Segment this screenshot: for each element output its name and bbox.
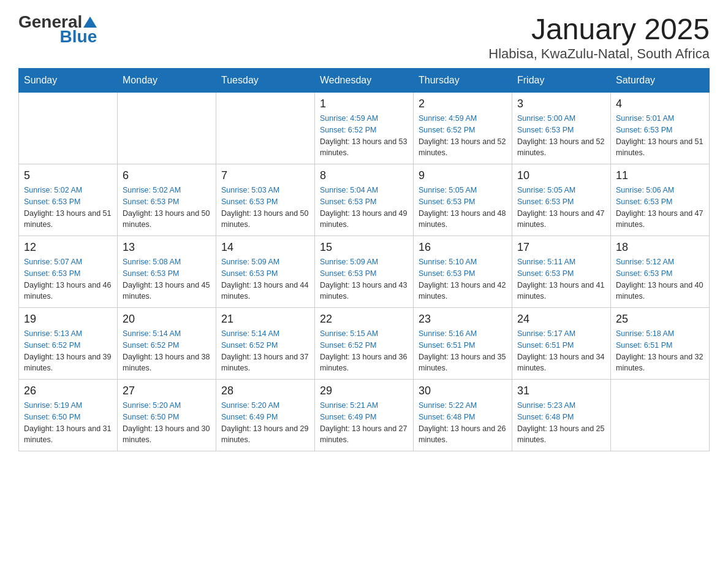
calendar-cell: 27Sunrise: 5:20 AMSunset: 6:50 PMDayligh… <box>118 380 216 451</box>
daylight-duration: Daylight: 13 hours and 35 minutes. <box>419 353 506 373</box>
daylight-duration: Daylight: 13 hours and 51 minutes. <box>24 209 111 229</box>
day-number: 11 <box>616 169 704 182</box>
sunset-time: Sunset: 6:53 PM <box>419 197 475 206</box>
sunset-time: Sunset: 6:50 PM <box>24 413 80 421</box>
day-number: 6 <box>123 169 211 182</box>
day-number: 30 <box>419 385 507 397</box>
weekday-header-monday: Monday <box>118 69 216 93</box>
day-number: 21 <box>221 313 309 326</box>
sunset-time: Sunset: 6:52 PM <box>221 341 278 350</box>
calendar-cell: 1Sunrise: 4:59 AMSunset: 6:52 PMDaylight… <box>315 93 414 164</box>
day-info: Sunrise: 5:08 AMSunset: 6:53 PMDaylight:… <box>123 256 211 302</box>
sunrise-time: Sunrise: 5:08 AM <box>123 258 181 266</box>
calendar-cell <box>611 380 710 451</box>
sunrise-time: Sunrise: 5:00 AM <box>517 114 575 123</box>
daylight-duration: Daylight: 13 hours and 48 minutes. <box>419 209 506 229</box>
day-info: Sunrise: 5:06 AMSunset: 6:53 PMDaylight:… <box>616 185 704 231</box>
weekday-header-sunday: Sunday <box>19 69 118 93</box>
daylight-duration: Daylight: 13 hours and 29 minutes. <box>221 424 308 445</box>
calendar-cell: 16Sunrise: 5:10 AMSunset: 6:53 PMDayligh… <box>414 236 512 308</box>
calendar-cell: 31Sunrise: 5:23 AMSunset: 6:48 PMDayligh… <box>512 380 611 451</box>
day-info: Sunrise: 5:13 AMSunset: 6:52 PMDaylight:… <box>24 328 112 374</box>
sunrise-time: Sunrise: 5:09 AM <box>221 258 279 266</box>
calendar-cell: 13Sunrise: 5:08 AMSunset: 6:53 PMDayligh… <box>118 236 216 308</box>
sunrise-time: Sunrise: 5:13 AM <box>24 329 82 338</box>
sunset-time: Sunset: 6:53 PM <box>320 197 376 206</box>
sunrise-time: Sunrise: 5:04 AM <box>320 186 378 194</box>
sunset-time: Sunset: 6:53 PM <box>616 197 672 206</box>
day-info: Sunrise: 5:04 AMSunset: 6:53 PMDaylight:… <box>320 185 408 231</box>
day-info: Sunrise: 5:00 AMSunset: 6:53 PMDaylight:… <box>517 113 605 159</box>
sunset-time: Sunset: 6:53 PM <box>517 126 574 134</box>
day-number: 20 <box>123 313 211 326</box>
day-number: 5 <box>24 169 112 182</box>
day-info: Sunrise: 5:20 AMSunset: 6:49 PMDaylight:… <box>221 400 309 446</box>
day-info: Sunrise: 5:05 AMSunset: 6:53 PMDaylight:… <box>419 185 507 231</box>
calendar-cell: 9Sunrise: 5:05 AMSunset: 6:53 PMDaylight… <box>414 164 512 236</box>
sunrise-time: Sunrise: 5:06 AM <box>616 186 674 194</box>
day-info: Sunrise: 5:01 AMSunset: 6:53 PMDaylight:… <box>616 113 704 159</box>
sunrise-time: Sunrise: 4:59 AM <box>320 114 378 123</box>
sunset-time: Sunset: 6:53 PM <box>517 269 574 278</box>
daylight-duration: Daylight: 13 hours and 50 minutes. <box>221 209 308 229</box>
weekday-header-row: SundayMondayTuesdayWednesdayThursdayFrid… <box>19 69 710 93</box>
day-info: Sunrise: 5:20 AMSunset: 6:50 PMDaylight:… <box>123 400 211 446</box>
calendar-table: SundayMondayTuesdayWednesdayThursdayFrid… <box>18 68 710 451</box>
daylight-duration: Daylight: 13 hours and 51 minutes. <box>616 137 703 158</box>
calendar-cell: 14Sunrise: 5:09 AMSunset: 6:53 PMDayligh… <box>216 236 315 308</box>
daylight-duration: Daylight: 13 hours and 30 minutes. <box>123 424 210 445</box>
sunset-time: Sunset: 6:53 PM <box>517 197 574 206</box>
day-number: 13 <box>123 241 211 254</box>
calendar-cell: 24Sunrise: 5:17 AMSunset: 6:51 PMDayligh… <box>512 308 611 380</box>
sunset-time: Sunset: 6:53 PM <box>616 269 672 278</box>
calendar-cell: 20Sunrise: 5:14 AMSunset: 6:52 PMDayligh… <box>118 308 216 380</box>
calendar-cell <box>216 93 315 164</box>
day-number: 23 <box>419 313 507 326</box>
daylight-duration: Daylight: 13 hours and 26 minutes. <box>419 424 506 445</box>
day-number: 14 <box>221 241 309 254</box>
sunset-time: Sunset: 6:52 PM <box>320 341 376 350</box>
daylight-duration: Daylight: 13 hours and 41 minutes. <box>517 281 604 301</box>
calendar-cell: 8Sunrise: 5:04 AMSunset: 6:53 PMDaylight… <box>315 164 414 236</box>
day-number: 4 <box>616 98 704 110</box>
daylight-duration: Daylight: 13 hours and 39 minutes. <box>24 353 111 373</box>
sunset-time: Sunset: 6:49 PM <box>221 413 278 421</box>
day-info: Sunrise: 5:23 AMSunset: 6:48 PMDaylight:… <box>517 400 605 446</box>
calendar-cell: 19Sunrise: 5:13 AMSunset: 6:52 PMDayligh… <box>19 308 118 380</box>
sunrise-time: Sunrise: 5:14 AM <box>221 329 279 338</box>
calendar-cell: 30Sunrise: 5:22 AMSunset: 6:48 PMDayligh… <box>414 380 512 451</box>
sunset-time: Sunset: 6:50 PM <box>123 413 179 421</box>
daylight-duration: Daylight: 13 hours and 47 minutes. <box>517 209 604 229</box>
day-number: 27 <box>123 385 211 397</box>
logo-triangle-icon <box>83 15 97 29</box>
day-info: Sunrise: 5:02 AMSunset: 6:53 PMDaylight:… <box>123 185 211 231</box>
day-number: 15 <box>320 241 408 254</box>
sunrise-time: Sunrise: 5:05 AM <box>419 186 477 194</box>
day-number: 1 <box>320 98 408 110</box>
weekday-header-saturday: Saturday <box>611 69 710 93</box>
calendar-title: January 2025 <box>488 12 710 46</box>
calendar-cell: 4Sunrise: 5:01 AMSunset: 6:53 PMDaylight… <box>611 93 710 164</box>
sunrise-time: Sunrise: 4:59 AM <box>419 114 477 123</box>
day-number: 26 <box>24 385 112 397</box>
day-info: Sunrise: 5:22 AMSunset: 6:48 PMDaylight:… <box>419 400 507 446</box>
sunset-time: Sunset: 6:52 PM <box>24 341 80 350</box>
sunrise-time: Sunrise: 5:12 AM <box>616 258 674 266</box>
sunrise-time: Sunrise: 5:11 AM <box>517 258 575 266</box>
calendar-cell: 10Sunrise: 5:05 AMSunset: 6:53 PMDayligh… <box>512 164 611 236</box>
sunset-time: Sunset: 6:53 PM <box>24 269 80 278</box>
day-info: Sunrise: 5:11 AMSunset: 6:53 PMDaylight:… <box>517 256 605 302</box>
calendar-cell: 7Sunrise: 5:03 AMSunset: 6:53 PMDaylight… <box>216 164 315 236</box>
day-info: Sunrise: 5:18 AMSunset: 6:51 PMDaylight:… <box>616 328 704 374</box>
calendar-cell: 12Sunrise: 5:07 AMSunset: 6:53 PMDayligh… <box>19 236 118 308</box>
day-number: 8 <box>320 169 408 182</box>
sunrise-time: Sunrise: 5:01 AM <box>616 114 674 123</box>
daylight-duration: Daylight: 13 hours and 44 minutes. <box>221 281 308 301</box>
calendar-cell: 11Sunrise: 5:06 AMSunset: 6:53 PMDayligh… <box>611 164 710 236</box>
daylight-duration: Daylight: 13 hours and 34 minutes. <box>517 353 604 373</box>
sunrise-time: Sunrise: 5:14 AM <box>123 329 181 338</box>
sunrise-time: Sunrise: 5:07 AM <box>24 258 82 266</box>
week-row-4: 19Sunrise: 5:13 AMSunset: 6:52 PMDayligh… <box>19 308 710 380</box>
day-info: Sunrise: 5:19 AMSunset: 6:50 PMDaylight:… <box>24 400 112 446</box>
calendar-cell: 15Sunrise: 5:09 AMSunset: 6:53 PMDayligh… <box>315 236 414 308</box>
